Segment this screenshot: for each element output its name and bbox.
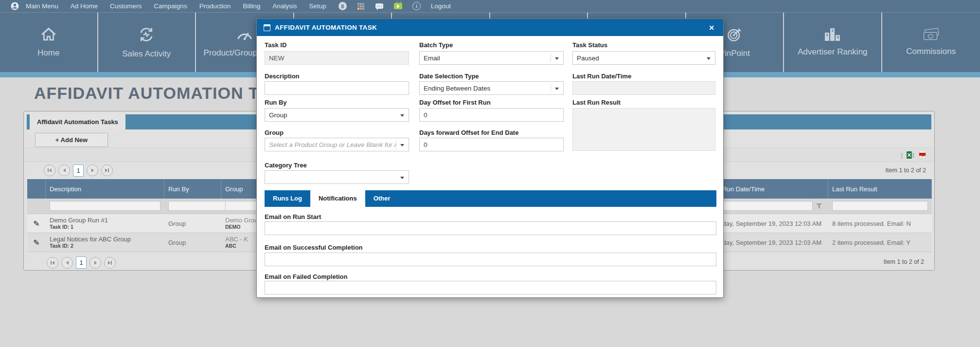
first-page-button[interactable] — [44, 164, 55, 176]
pencil-icon: ✎ — [33, 219, 39, 228]
nav-item-analysis[interactable]: Analysis — [272, 2, 297, 10]
group-select[interactable]: Select a Product Group or Leave Blank fo… — [265, 138, 409, 151]
nav-item-setup[interactable]: Setup — [309, 2, 326, 10]
filter-last-run-result-input[interactable] — [832, 201, 928, 211]
window-icon — [264, 24, 270, 31]
tab-runs-log[interactable]: Runs Log — [265, 190, 310, 207]
row-description: Demo Group Run #1 — [50, 217, 164, 224]
nav-item-ad-home[interactable]: Ad Home — [71, 2, 98, 10]
export-pdf-button[interactable] — [919, 151, 927, 159]
nav-item-main-menu[interactable]: Main Menu — [26, 2, 58, 10]
pagination-bottom: 1 — [47, 256, 116, 269]
tab-other[interactable]: Other — [365, 190, 399, 207]
home-icon — [40, 27, 57, 42]
add-new-button[interactable]: + Add New — [35, 133, 108, 147]
video-tutorials-icon[interactable] — [394, 2, 402, 10]
page-number[interactable]: 1 — [76, 256, 87, 269]
apps-grid-icon[interactable] — [357, 2, 365, 10]
filter-description-input[interactable] — [50, 201, 160, 211]
tile-advertiser-ranking[interactable]: 2 1 3 Advertiser Ranking — [784, 13, 882, 72]
pencil-icon: ✎ — [33, 238, 39, 247]
last-run-result-field — [572, 108, 715, 151]
column-header-run-by[interactable]: Run By — [164, 179, 221, 199]
next-page-button[interactable] — [87, 164, 98, 176]
category-tree-label: Category Tree — [265, 162, 307, 169]
batch-type-select[interactable]: Email — [419, 51, 564, 65]
description-label: Description — [265, 73, 300, 80]
prev-page-button[interactable] — [58, 164, 70, 176]
chevron-down-icon — [400, 177, 404, 179]
edit-row-button[interactable]: ✎ — [27, 214, 46, 233]
info-icon[interactable]: i — [412, 2, 421, 10]
row-run-by: Group — [168, 239, 221, 246]
export-excel-button[interactable] — [907, 151, 915, 159]
group-label: Group — [265, 129, 284, 136]
chevron-down-icon — [555, 88, 559, 90]
task-status-select[interactable]: Paused — [572, 51, 715, 65]
close-icon[interactable]: ✕ — [707, 23, 716, 33]
filter-funnel-icon[interactable] — [814, 201, 824, 211]
filter-last-run-date-input[interactable] — [709, 201, 813, 211]
modal-tabstrip: Runs Log Notifications Other — [265, 190, 716, 207]
nav-item-production[interactable]: Production — [199, 2, 231, 10]
nav-item-billing[interactable]: Billing — [243, 2, 260, 10]
row-last-run-date: Tuesday, September 19, 2023 12:03 AM — [709, 239, 828, 246]
tile-sales-activity[interactable]: Sales Activity — [98, 13, 196, 72]
task-status-label: Task Status — [572, 41, 607, 49]
logout-link[interactable]: Logout — [431, 2, 451, 10]
last-page-button[interactable] — [101, 164, 113, 176]
edit-row-button[interactable]: ✎ — [27, 233, 46, 252]
column-header-description[interactable]: Description — [46, 179, 164, 199]
days-forward-offset-field[interactable] — [419, 138, 564, 151]
run-by-select[interactable]: Group — [265, 108, 409, 122]
date-selection-type-label: Date Selection Type — [419, 73, 479, 80]
target-icon — [726, 27, 743, 42]
last-run-datetime-field — [572, 81, 715, 95]
email-on-successful-completion-field[interactable] — [265, 253, 716, 266]
chevron-down-icon — [400, 114, 404, 117]
email-on-run-start-field[interactable] — [265, 221, 716, 235]
affidavit-automation-task-modal: AFFIDAVIT AUTOMATION TASK ✕ Task ID Desc… — [256, 18, 724, 298]
top-nav-bar: Main Menu Ad Home Customers Campaigns Pr… — [0, 0, 980, 12]
category-tree-select[interactable] — [265, 170, 409, 184]
notification-badge[interactable]: 8 — [339, 2, 347, 10]
email-on-successful-completion-label: Email on Successful Completion — [265, 244, 363, 251]
chevron-down-icon — [400, 144, 404, 146]
email-on-failed-completion-label: Email on Failed Completion — [265, 273, 347, 280]
user-avatar-icon[interactable] — [11, 2, 19, 10]
email-on-failed-completion-field[interactable] — [265, 281, 716, 294]
chevron-down-icon — [707, 57, 711, 60]
task-id-field — [265, 51, 409, 65]
batch-type-label: Batch Type — [419, 41, 453, 49]
nav-item-campaigns[interactable]: Campaigns — [154, 2, 187, 10]
days-forward-offset-label: Days forward Offset for End Date — [419, 129, 518, 136]
nav-item-customers[interactable]: Customers — [110, 2, 142, 10]
chat-icon[interactable] — [375, 2, 384, 10]
chevron-down-icon — [555, 57, 559, 60]
page-number[interactable]: 1 — [73, 164, 84, 177]
tab-notifications[interactable]: Notifications — [310, 190, 365, 207]
day-offset-first-run-label: Day Offset for First Run — [419, 99, 491, 106]
gauge-icon — [236, 27, 253, 42]
pagination-top: 1 — [44, 164, 113, 177]
description-field[interactable] — [265, 81, 409, 95]
tile-commissions[interactable]: Commissions — [882, 13, 980, 72]
date-selection-type-select[interactable]: Ending Between Dates — [419, 81, 564, 95]
tab-affidavit-automation-tasks[interactable]: Affidavit Automation Tasks — [30, 114, 125, 129]
tile-home[interactable]: Home — [0, 13, 98, 72]
row-last-run-result: 2 items processed. Email: Y — [832, 239, 932, 246]
row-last-run-date: Tuesday, September 19, 2023 12:03 AM — [709, 220, 828, 227]
next-page-button[interactable] — [89, 257, 101, 269]
row-task-id: Task ID: 2 — [50, 243, 164, 249]
item-count-bottom: Item 1 to 2 of 2 — [884, 258, 924, 265]
task-id-label: Task ID — [265, 41, 286, 49]
last-run-datetime-label: Last Run Date/Time — [572, 73, 631, 80]
last-page-button[interactable] — [104, 257, 116, 269]
row-task-id: Task ID: 1 — [50, 224, 164, 230]
email-on-run-start-label: Email on Run Start — [265, 213, 321, 220]
prev-page-button[interactable] — [61, 257, 73, 269]
first-page-button[interactable] — [47, 257, 58, 269]
column-header-last-run-result[interactable]: Last Run Result — [828, 179, 932, 199]
run-by-label: Run By — [265, 99, 287, 106]
day-offset-first-run-field[interactable] — [419, 108, 564, 122]
